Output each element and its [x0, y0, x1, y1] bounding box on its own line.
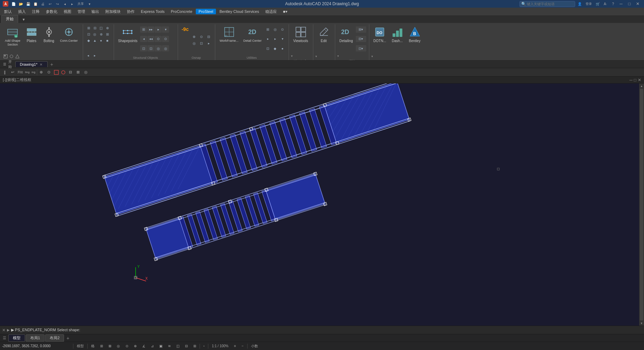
qa-share[interactable]: 共享: [76, 1, 85, 7]
sp-btn6[interactable]: ◂◂: [147, 36, 154, 42]
sp-btn12[interactable]: ◎: [162, 45, 169, 51]
shapepoints-btn[interactable]: Shapepoints: [116, 25, 140, 53]
osnap-btn6[interactable]: ▸: [205, 40, 212, 46]
tb2-btn2[interactable]: 开始: [17, 69, 24, 76]
ribbon-tab-expand[interactable]: ▾: [18, 16, 29, 23]
status-dyn[interactable]: ▣: [157, 342, 164, 350]
right-scrollbar[interactable]: ▲ ▼: [639, 83, 644, 326]
workframe-btn[interactable]: 3D WorkFrame...: [217, 25, 240, 53]
sp-btn4[interactable]: ▾: [162, 26, 169, 33]
detail-center-btn[interactable]: 2D Detail Center: [241, 25, 264, 53]
conn-center-btn[interactable]: Conn.Center: [58, 25, 80, 53]
hamburger-btn[interactable]: ☰: [1, 61, 8, 67]
help-icon[interactable]: ?: [610, 1, 616, 7]
menu-more[interactable]: ■▾: [280, 9, 290, 15]
elem-small-btn3[interactable]: [15, 54, 20, 59]
viewport-close[interactable]: ✕: [638, 78, 641, 82]
layout2-tab[interactable]: 布局2: [45, 334, 64, 342]
qa-undo[interactable]: ↩: [47, 1, 53, 7]
si-btn3[interactable]: ◫: [98, 25, 104, 31]
scroll-down-btn[interactable]: ▼: [639, 321, 644, 326]
viewport-minimize[interactable]: ─: [629, 78, 633, 82]
status-polar[interactable]: ◎: [115, 342, 122, 350]
menu-parametric[interactable]: 参数化: [43, 8, 60, 15]
util-s8[interactable]: ◆: [272, 45, 279, 51]
menu-collaborate[interactable]: 协作: [124, 8, 137, 15]
minimize-btn[interactable]: ─: [618, 1, 625, 7]
elem-small-btn2[interactable]: [9, 54, 14, 59]
menu-addmodule[interactable]: 附加模块: [103, 8, 123, 15]
sp-btn9[interactable]: ⊡: [140, 45, 147, 51]
menu-annotation[interactable]: 注释: [29, 8, 42, 15]
si-btn10[interactable]: ▲: [92, 38, 98, 43]
add-layout-btn[interactable]: +: [65, 335, 71, 341]
status-units[interactable]: 小数: [249, 342, 260, 350]
viewtools-btn[interactable]: Viewtools: [291, 25, 310, 53]
tb2-snap2[interactable]: ⊙: [46, 69, 53, 76]
model-tab[interactable]: 模型: [8, 334, 25, 342]
util-s7[interactable]: ⊡: [264, 45, 271, 51]
tb2-btn1[interactable]: ↩: [9, 69, 16, 76]
util-s6[interactable]: ▾: [279, 36, 286, 42]
qa-print[interactable]: 🖨: [40, 1, 46, 7]
status-ortho[interactable]: ⊠: [106, 342, 113, 350]
user-icon[interactable]: 👤: [577, 1, 583, 7]
ism-s3[interactable]: ⊡▾: [356, 45, 366, 51]
elem-small-btn1[interactable]: [3, 54, 8, 59]
util-s3[interactable]: ⊙: [279, 26, 286, 33]
viewport-restore[interactable]: □: [634, 78, 636, 82]
sp-btn7[interactable]: ⊙: [155, 36, 162, 42]
si-btn2[interactable]: ⊟: [92, 25, 98, 31]
tb2-snap4[interactable]: [60, 69, 66, 76]
tb2-btn3[interactable]: ting: [24, 69, 30, 76]
si-btn11[interactable]: ●: [98, 38, 104, 43]
status-lock[interactable]: ≡: [232, 342, 238, 350]
tools-expand[interactable]: ▾: [371, 55, 373, 58]
cmd-close-btn[interactable]: ✕: [2, 328, 6, 333]
sp-btn8[interactable]: ⊙: [162, 36, 169, 42]
status-minus[interactable]: −: [240, 342, 246, 350]
ism-expand[interactable]: ▾: [337, 54, 339, 58]
status-snap[interactable]: ⊞: [98, 342, 105, 350]
tb2-handle[interactable]: ‖: [1, 69, 8, 76]
status-anno[interactable]: ⊞: [191, 342, 198, 350]
status-select[interactable]: ⊟: [183, 342, 190, 350]
tb2-snap6[interactable]: ⊠: [75, 69, 82, 76]
si-arrow2[interactable]: ▸: [92, 53, 98, 58]
util-s1[interactable]: ⊞: [264, 26, 271, 33]
tb2-btn4[interactable]: ing: [31, 69, 36, 76]
menu-insert[interactable]: 插入: [15, 8, 29, 15]
edit-btn[interactable]: Edit: [315, 25, 332, 53]
layout1-tab[interactable]: 布局1: [26, 334, 45, 342]
bolting-btn[interactable]: Bolting: [41, 25, 57, 53]
osnap-btn5[interactable]: ⊡: [198, 40, 205, 46]
start-tab[interactable]: 开始: [8, 61, 15, 67]
si-btn4[interactable]: ⊕: [105, 25, 110, 31]
ism-s2[interactable]: ⊟▾: [356, 36, 366, 42]
si-btn6[interactable]: ◎: [92, 31, 98, 37]
tab-close-btn[interactable]: ✕: [39, 63, 43, 66]
detailing-btn[interactable]: 2D Detailing: [337, 25, 355, 53]
menu-view[interactable]: 视图: [61, 8, 74, 15]
qa-dropdown[interactable]: ▾: [86, 1, 92, 7]
si-btn9[interactable]: ◆: [86, 38, 91, 43]
tb2-snap5[interactable]: ⊟: [67, 69, 74, 76]
shopping-icon[interactable]: 🛒: [595, 1, 601, 7]
si-btn12[interactable]: ■: [105, 38, 110, 43]
status-grid[interactable]: 格: [89, 342, 97, 350]
drawing-tab[interactable]: Drawing1* ✕: [15, 61, 48, 67]
tb2-snap3[interactable]: [53, 69, 59, 76]
qa-redo[interactable]: ↪: [54, 1, 61, 7]
osnap-btn1[interactable]: ⊕: [191, 33, 198, 40]
util-s2[interactable]: ◎: [272, 26, 279, 33]
sp-btn5[interactable]: ◂: [140, 36, 147, 42]
osnap-btn3[interactable]: ⊟: [205, 33, 212, 40]
menu-proconcrete[interactable]: ProConcrete: [168, 9, 195, 14]
status-ducs[interactable]: ⊿: [149, 342, 156, 350]
status-otrack[interactable]: ∡: [140, 342, 147, 350]
menu-bentley-cloud[interactable]: Bentley Cloud Services: [217, 9, 262, 14]
si-btn5[interactable]: ⊡: [86, 31, 91, 37]
menu-recommended[interactable]: 稳适应: [263, 8, 280, 15]
bentley-btn[interactable]: B Bentley: [406, 25, 423, 53]
add-shape-section-btn[interactable]: + Add ShapeSection: [3, 25, 23, 53]
